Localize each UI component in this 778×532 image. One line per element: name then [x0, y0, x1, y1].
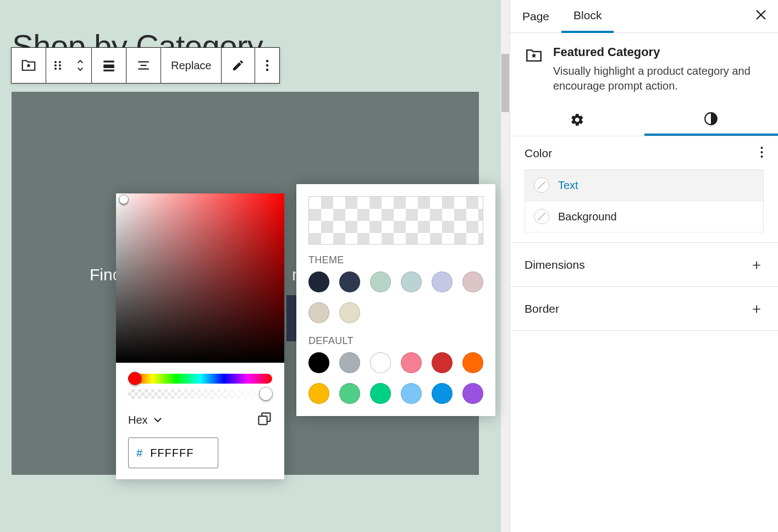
dimensions-panel-toggle[interactable]: Dimensions ＋: [510, 243, 778, 287]
content-align-button[interactable]: [126, 48, 161, 83]
gear-icon: [570, 113, 584, 127]
close-sidebar-button[interactable]: [755, 9, 767, 23]
drag-handle-icon: [53, 59, 63, 72]
color-picker-popover: Hex #: [116, 193, 284, 479]
block-name: Featured Category: [553, 45, 764, 59]
inspector-subtabs: [510, 103, 778, 136]
svg-point-20: [761, 156, 763, 158]
settings-tabs: Page Block: [510, 0, 778, 33]
swatch-popover: THEME DEFAULT: [296, 184, 495, 416]
default-swatches-label: DEFAULT: [308, 335, 483, 347]
tab-styles[interactable]: [644, 103, 779, 136]
alpha-handle[interactable]: [260, 387, 272, 400]
hex-input[interactable]: [150, 447, 210, 459]
border-panel-toggle[interactable]: Border ＋: [510, 287, 778, 331]
tab-block[interactable]: Block: [561, 0, 614, 33]
styles-icon: [704, 112, 718, 126]
svg-point-3: [59, 64, 61, 66]
svg-point-5: [59, 68, 61, 70]
default-swatch-grid: [308, 352, 483, 404]
block-description: Visually highlight a product category an…: [553, 64, 764, 93]
copy-color-button[interactable]: [257, 411, 272, 429]
color-swatch[interactable]: [308, 383, 329, 404]
saturation-handle[interactable]: [119, 195, 128, 204]
svg-point-19: [761, 151, 763, 153]
svg-point-2: [54, 64, 57, 66]
color-swatch[interactable]: [370, 352, 391, 373]
color-panel-options-button[interactable]: [760, 146, 764, 160]
color-swatch[interactable]: [370, 383, 391, 404]
color-swatch[interactable]: [401, 271, 422, 292]
color-swatch[interactable]: [462, 271, 483, 292]
svg-point-12: [266, 60, 268, 62]
color-swatch[interactable]: [339, 383, 360, 404]
svg-rect-7: [103, 64, 114, 68]
svg-rect-6: [103, 60, 114, 62]
color-swatch[interactable]: [401, 383, 422, 404]
none-color-chip-icon: [534, 209, 549, 224]
svg-point-18: [761, 147, 763, 149]
alpha-slider[interactable]: [128, 389, 272, 399]
featured-category-icon: [525, 46, 543, 65]
move-up-down-button[interactable]: [69, 48, 92, 83]
color-format-select[interactable]: Hex: [128, 414, 162, 426]
svg-rect-16: [259, 416, 267, 424]
more-vertical-icon: [265, 59, 269, 72]
theme-swatches-label: THEME: [308, 254, 483, 266]
color-item-background-label: Background: [558, 210, 617, 223]
color-swatch[interactable]: [339, 271, 360, 292]
saturation-area[interactable]: [116, 193, 284, 363]
replace-label: Replace: [171, 59, 211, 72]
color-panel: Color Text Background: [510, 136, 778, 243]
svg-point-4: [54, 68, 57, 70]
block-toolbar: Replace: [11, 47, 280, 84]
tab-settings[interactable]: [510, 103, 644, 136]
color-swatch[interactable]: [370, 271, 391, 292]
color-preview[interactable]: [308, 196, 483, 245]
color-swatch[interactable]: [339, 352, 360, 373]
block-summary: Featured Category Visually highlight a p…: [510, 33, 778, 103]
chevron-down-icon: [153, 417, 162, 423]
color-swatch[interactable]: [462, 383, 483, 404]
plus-icon: ＋: [749, 255, 764, 274]
drag-handle-button[interactable]: [46, 48, 69, 83]
edit-button[interactable]: [222, 48, 255, 83]
more-vertical-icon: [760, 146, 764, 158]
align-button[interactable]: [92, 48, 126, 83]
color-swatch[interactable]: [462, 352, 483, 373]
hex-hash-label: #: [136, 447, 142, 459]
color-item-background[interactable]: Background: [525, 201, 763, 232]
color-swatch[interactable]: [432, 352, 453, 373]
color-swatch[interactable]: [308, 352, 329, 373]
svg-point-14: [266, 69, 268, 71]
color-swatch[interactable]: [432, 271, 453, 292]
scrollbar-thumb[interactable]: [501, 54, 509, 112]
svg-rect-8: [103, 70, 114, 71]
more-options-button[interactable]: [255, 48, 279, 83]
color-items-list: Text Background: [525, 169, 764, 232]
plus-icon: ＋: [749, 299, 764, 318]
svg-point-1: [59, 61, 61, 63]
color-swatch[interactable]: [432, 383, 453, 404]
color-item-text[interactable]: Text: [525, 170, 763, 201]
color-swatch[interactable]: [308, 271, 329, 292]
color-panel-title: Color: [525, 147, 552, 160]
scrollbar-track[interactable]: [501, 0, 510, 532]
dimensions-label: Dimensions: [525, 258, 585, 271]
align-full-icon: [102, 58, 116, 73]
hue-slider[interactable]: [128, 374, 272, 384]
replace-button[interactable]: Replace: [161, 48, 222, 83]
chevron-up-down-icon: [76, 57, 85, 74]
color-item-text-label: Text: [558, 179, 578, 192]
block-type-button[interactable]: [12, 48, 46, 83]
svg-point-13: [266, 64, 268, 66]
featured-category-icon: [20, 57, 37, 74]
color-swatch[interactable]: [339, 302, 360, 323]
hex-input-wrap: #: [128, 437, 218, 468]
align-center-icon: [136, 58, 151, 73]
editor-canvas: Shop by Category: [0, 0, 510, 532]
color-swatch[interactable]: [308, 302, 329, 323]
hue-handle[interactable]: [129, 372, 141, 385]
tab-page[interactable]: Page: [510, 0, 561, 33]
color-swatch[interactable]: [401, 352, 422, 373]
